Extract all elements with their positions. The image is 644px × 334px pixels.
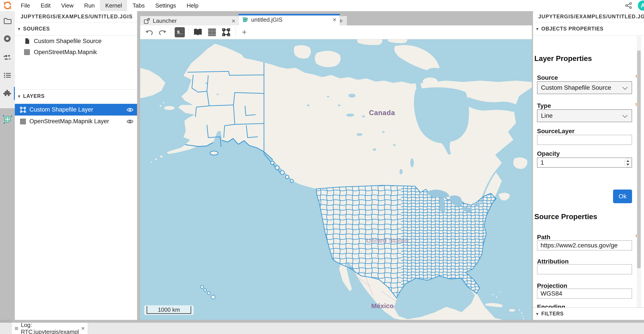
opacity-input[interactable] bbox=[537, 157, 632, 168]
menu-view[interactable]: View bbox=[56, 0, 79, 11]
filters-section-header[interactable]: ▾ FILTERS bbox=[533, 308, 644, 320]
toolbar-separator bbox=[189, 27, 189, 38]
gis-toolbar: $_ + bbox=[140, 25, 532, 39]
layer-item-openstreetmap[interactable]: OpenStreetMap.Mapnik Layer bbox=[15, 115, 137, 127]
type-select[interactable]: Line bbox=[537, 109, 632, 122]
chevron-down-icon: ▾ bbox=[536, 311, 539, 317]
user-avatar[interactable]: A bbox=[638, 0, 644, 10]
add-icon[interactable]: + bbox=[239, 27, 250, 37]
terminal-icon[interactable]: $_ bbox=[175, 27, 185, 37]
menu-tabs[interactable]: Tabs bbox=[127, 0, 150, 11]
menu-file[interactable]: File bbox=[16, 0, 35, 11]
projection-input[interactable] bbox=[537, 289, 632, 299]
right-sidebar-panel: JUPYTERGIS/EXAMPLES/UNTITLED.JGIS ▾ OBJE… bbox=[533, 11, 644, 320]
source-item-openstreetmap[interactable]: OpenStreetMap.Mapnik bbox=[15, 47, 137, 58]
status-bar: Log: RTC:jupytergis/exampl × bbox=[0, 323, 644, 334]
sources-section-header[interactable]: ▾ SOURCES bbox=[15, 22, 137, 35]
tab-untitled-jgis[interactable]: untitled.jGIS × bbox=[238, 14, 340, 25]
activity-bar bbox=[0, 11, 15, 108]
menu-run[interactable]: Run bbox=[79, 0, 100, 11]
chevron-down-icon: ▾ bbox=[18, 94, 20, 99]
collaborators-icon[interactable] bbox=[3, 53, 12, 61]
layers-section-header[interactable]: ▾ LAYERS bbox=[15, 89, 137, 103]
launcher-icon bbox=[144, 18, 150, 24]
map-scale-bar: 1000 km bbox=[144, 305, 194, 315]
extensions-puzzle-icon[interactable] bbox=[3, 89, 12, 98]
jgis-globe-icon bbox=[242, 16, 248, 23]
basemap: Canada United States México bbox=[140, 39, 532, 320]
path-field-label: Path bbox=[537, 234, 550, 241]
properties-form: Layer Properties Source ✱ Custom Shapefi… bbox=[533, 35, 644, 319]
jupyter-logo-icon bbox=[3, 1, 12, 10]
toolbar-separator bbox=[171, 27, 171, 38]
log-icon bbox=[15, 326, 18, 332]
undo-icon[interactable] bbox=[144, 27, 154, 37]
menu-settings[interactable]: Settings bbox=[150, 0, 181, 11]
raster-grid-icon[interactable] bbox=[207, 27, 217, 37]
objects-properties-section-header[interactable]: ▾ OBJECTS PROPERTIES bbox=[533, 22, 644, 35]
opacity-field-label: Opacity bbox=[537, 150, 560, 157]
map-label-mexico: México bbox=[371, 302, 394, 310]
left-sidebar-panel: JUPYTERGIS/EXAMPLES/UNTITLED.JGIS ▾ SOUR… bbox=[15, 11, 137, 320]
vector-polygon-icon[interactable] bbox=[221, 27, 231, 37]
toolbar-separator bbox=[236, 27, 236, 38]
type-field-label: Type bbox=[537, 102, 551, 109]
chevron-down-icon bbox=[622, 85, 628, 90]
file-icon bbox=[24, 38, 30, 44]
menu-bar: File Edit View Run Kernel Tabs Settings … bbox=[0, 0, 644, 11]
map-canvas[interactable]: Canada United States México 1000 km bbox=[140, 39, 532, 320]
menu-kernel[interactable]: Kernel bbox=[100, 0, 127, 11]
scrollbar-track[interactable] bbox=[637, 35, 641, 319]
vector-square-icon bbox=[20, 106, 26, 113]
number-stepper[interactable] bbox=[624, 158, 631, 167]
grid-icon bbox=[24, 49, 30, 55]
table-of-contents-icon[interactable] bbox=[3, 71, 12, 79]
chevron-down-icon bbox=[622, 113, 628, 118]
redo-icon[interactable] bbox=[158, 27, 168, 37]
menu-edit[interactable]: Edit bbox=[35, 0, 56, 11]
map-label-usa: United States bbox=[366, 237, 408, 244]
path-input[interactable] bbox=[537, 240, 632, 251]
chevron-down-icon: ▾ bbox=[536, 26, 539, 31]
source-item-custom-shapefile[interactable]: Custom Shapefile Source bbox=[15, 35, 137, 47]
file-browser-icon[interactable] bbox=[3, 16, 12, 25]
chevron-down-icon: ▾ bbox=[18, 26, 20, 31]
left-panel-breadcrumb: JUPYTERGIS/EXAMPLES/UNTITLED.JGIS bbox=[15, 11, 137, 22]
attribution-input[interactable] bbox=[537, 264, 632, 274]
jupyterlab-window: File Edit View Run Kernel Tabs Settings … bbox=[0, 0, 644, 334]
tab-launcher[interactable]: Launcher × bbox=[140, 16, 239, 26]
visibility-eye-icon[interactable] bbox=[126, 118, 134, 125]
sourcelayer-input[interactable] bbox=[537, 135, 632, 145]
ok-button[interactable]: Ok bbox=[613, 190, 632, 203]
source-field-label: Source bbox=[537, 74, 558, 81]
map-label-canada: Canada bbox=[369, 109, 395, 117]
layer-item-custom-shapefile[interactable]: Custom Shapefile Layer bbox=[15, 104, 137, 115]
menu-help[interactable]: Help bbox=[181, 0, 204, 11]
close-icon[interactable]: × bbox=[232, 18, 236, 24]
grid-icon bbox=[20, 118, 26, 125]
basemap-book-icon[interactable] bbox=[193, 27, 203, 37]
close-icon[interactable]: × bbox=[332, 16, 336, 23]
running-kernels-icon[interactable] bbox=[3, 34, 12, 43]
jupytergis-globe-icon[interactable] bbox=[2, 114, 12, 124]
source-select[interactable]: Custom Shapefile Source bbox=[537, 81, 632, 94]
sourcelayer-field-label: SourceLayer bbox=[537, 128, 574, 135]
share-icon[interactable] bbox=[625, 2, 632, 9]
right-panel-breadcrumb: JUPYTERGIS/EXAMPLES/UNTITLED.JGIS bbox=[533, 11, 644, 22]
close-icon[interactable]: × bbox=[81, 325, 85, 332]
visibility-eye-icon[interactable] bbox=[126, 106, 134, 113]
scrollbar-thumb[interactable] bbox=[637, 50, 641, 268]
log-console-tab[interactable]: Log: RTC:jupytergis/exampl × bbox=[12, 323, 88, 334]
layer-properties-title: Layer Properties bbox=[534, 54, 592, 63]
source-properties-title: Source Properties bbox=[534, 213, 597, 221]
